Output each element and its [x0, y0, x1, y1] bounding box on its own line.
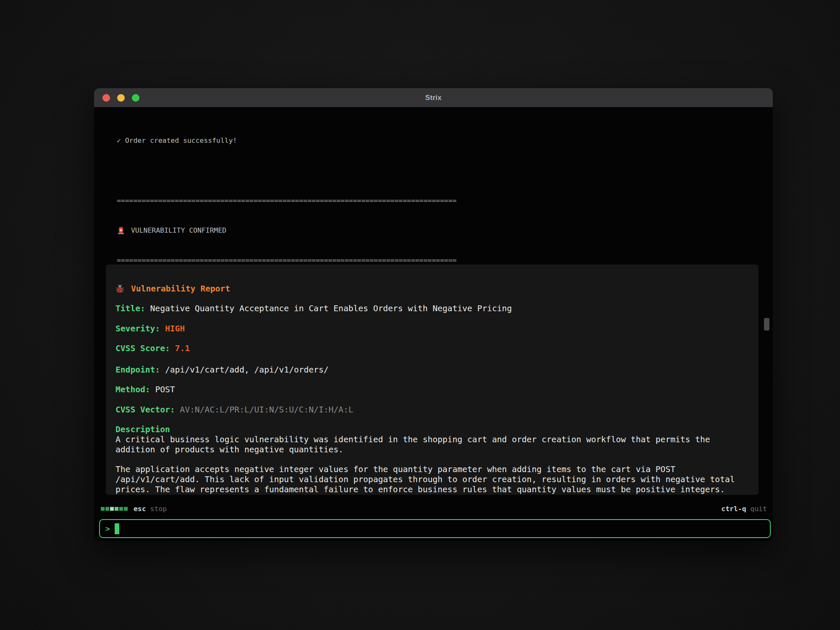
esc-action-label: stop: [150, 505, 167, 513]
endpoint-value: /api/v1/cart/add, /api/v1/orders/: [165, 365, 328, 375]
description-text: addition of products with negative quant…: [116, 445, 759, 455]
report-field-method: Method: POST: [116, 385, 759, 395]
severity-value: HIGH: [165, 324, 185, 334]
spinner: [101, 507, 128, 511]
spinner-square: [119, 507, 123, 511]
command-input[interactable]: >: [99, 519, 771, 538]
titlebar: Strix: [94, 88, 773, 107]
method-value: POST: [155, 385, 175, 395]
vulnerability-report-panel: Vulnerability Report Title: Negative Qua…: [106, 265, 759, 495]
report-field-cvss-vector: CVSS Vector: AV:N/AC:L/PR:L/UI:N/S:U/C:N…: [116, 405, 759, 415]
log-order-success: ✓ Order created successfully!: [117, 136, 457, 146]
title-value: Negative Quantity Acceptance in Cart Ena…: [150, 304, 512, 314]
separator-line: ========================================…: [117, 196, 457, 206]
banner-title: VULNERABILITY CONFIRMED: [131, 226, 226, 236]
text-cursor: [115, 523, 119, 534]
prompt-icon: >: [105, 524, 110, 533]
report-field-cvss-score: CVSS Score: 7.1: [116, 344, 759, 354]
separator-line: ========================================…: [117, 255, 457, 265]
app-window: Strix ✓ Order created successfully! ====…: [94, 88, 773, 541]
spinner-square: [110, 507, 114, 511]
window-title: Strix: [94, 88, 773, 107]
spinner-square: [115, 507, 118, 511]
report-header: Vulnerability Report: [116, 284, 759, 294]
status-bar: esc stop ctrl-q quit: [101, 504, 767, 514]
cvss-vector-value: AV:N/AC:L/PR:L/UI:N/S:U/C:N/I:H/A:L: [180, 405, 353, 415]
vulnerability-confirmed-banner: VULNERABILITY CONFIRMED: [117, 226, 457, 236]
cvss-score-value: 7.1: [175, 344, 190, 354]
esc-key-hint: esc: [134, 505, 146, 513]
spinner-square: [105, 507, 109, 511]
report-field-endpoint: Endpoint: /api/v1/cart/add, /api/v1/orde…: [116, 365, 759, 375]
report-field-severity: Severity: HIGH: [116, 324, 759, 334]
description-heading: Description: [116, 425, 759, 435]
scrollbar-thumb[interactable]: [764, 318, 769, 331]
quit-key-hint: ctrl-q: [721, 505, 746, 513]
siren-icon: [117, 226, 125, 235]
description-text: A critical business logic vulnerability …: [116, 435, 759, 445]
bug-icon: [116, 284, 124, 293]
report-header-label: Vulnerability Report: [131, 284, 230, 294]
description-text: prices. The flaw represents a fundamenta…: [116, 485, 759, 495]
terminal-output: ✓ Order created successfully! ==========…: [94, 107, 773, 541]
spinner-square: [101, 507, 105, 511]
report-field-title: Title: Negative Quantity Acceptance in C…: [116, 304, 759, 314]
spinner-square: [124, 507, 128, 511]
description-text: /api/v1/cart/add. This lack of input val…: [116, 475, 759, 485]
description-text: The application accepts negative integer…: [116, 465, 759, 475]
quit-action-label: quit: [751, 505, 767, 513]
